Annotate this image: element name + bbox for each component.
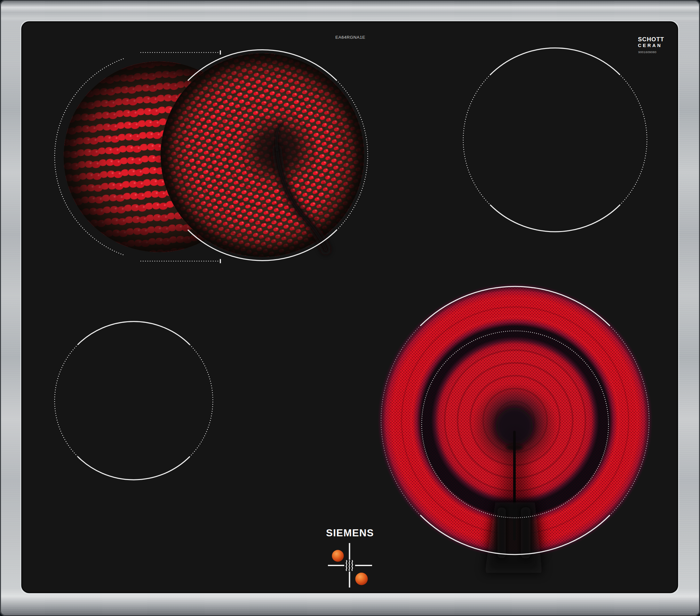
schott-logo-line2: CERAN [638, 43, 662, 48]
ceramic-hob-product-image: EA64RGNA1E SCHOTT CERAN 9001609080 SIEME… [0, 0, 700, 616]
zone-back-left-element [64, 53, 364, 257]
siemens-logo: SIEMENS [326, 527, 374, 539]
model-label: EA64RGNA1E [335, 35, 365, 40]
hot-spot-dot-1 [332, 550, 344, 562]
zone-back-left-inner-disc [161, 53, 364, 257]
hob-canvas: EA64RGNA1E SCHOTT CERAN 9001609080 SIEME… [0, 0, 700, 616]
hot-spot-dot-2 [355, 573, 368, 585]
glass-part-number: 9001609080 [638, 50, 657, 54]
extension-zone-end-tick [220, 259, 221, 263]
extension-zone-end-tick [220, 51, 221, 55]
schott-logo-line1: SCHOTT [638, 36, 664, 42]
